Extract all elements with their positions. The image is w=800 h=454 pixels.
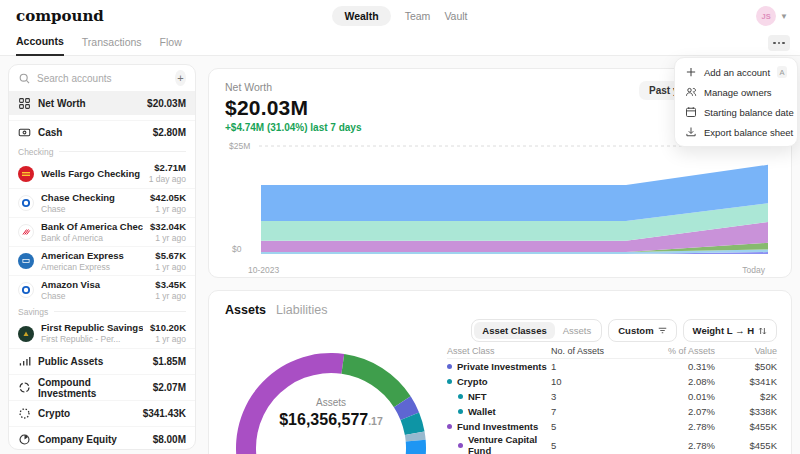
table-row[interactable]: Crypto 10 2.08% $341K bbox=[447, 374, 777, 389]
account-row-amazon-visa[interactable]: Amazon VisaChase $3.45K1 yr ago bbox=[9, 275, 195, 304]
assets-card: Assets Liabilities Asset Classes Assets … bbox=[208, 290, 792, 454]
row-name: NFT bbox=[468, 391, 486, 402]
search-input[interactable] bbox=[37, 73, 169, 84]
account-row-wells-fargo[interactable]: Wells Fargo Checking $2.71M1 day ago bbox=[9, 159, 195, 188]
item-label: Compound Investments bbox=[38, 377, 146, 399]
menu-item-export-balance-sheet[interactable]: Export balance sheet bbox=[675, 122, 797, 142]
row-pct: 0.31% bbox=[627, 361, 715, 372]
people-icon bbox=[685, 86, 697, 98]
item-label: Net Worth bbox=[38, 98, 140, 109]
account-name: First Republic Savings bbox=[41, 322, 143, 334]
toggle-assets[interactable]: Assets bbox=[555, 322, 600, 339]
account-value: $5.67K bbox=[155, 250, 186, 262]
menu-item-label: Manage owners bbox=[704, 87, 787, 98]
download-icon bbox=[685, 126, 697, 138]
col-asset-class[interactable]: Asset Class bbox=[447, 346, 551, 356]
col-pct-of-assets[interactable]: % of Assets bbox=[627, 346, 715, 356]
account-row-bofa-checking[interactable]: Bank Of America CheckingBank of America … bbox=[9, 217, 195, 246]
account-row-american-express[interactable]: American ExpressAmerican Express $5.67K1… bbox=[9, 246, 195, 275]
bar-chart-icon bbox=[18, 355, 31, 368]
row-pct: 2.78% bbox=[627, 421, 715, 432]
sidebar-item-company-equity[interactable]: Company Equity $8.00M bbox=[9, 426, 195, 450]
row-count: 10 bbox=[551, 376, 627, 387]
search-icon bbox=[18, 72, 31, 85]
menu-item-starting-balance-date[interactable]: Starting balance date bbox=[675, 102, 797, 122]
app-header: compound Wealth Team Vault JS ▼ bbox=[0, 0, 800, 32]
item-value: $2.80M bbox=[153, 127, 186, 138]
account-name: American Express bbox=[41, 250, 148, 262]
item-value: $341.43K bbox=[143, 408, 186, 419]
account-updated: 1 yr ago bbox=[150, 204, 186, 214]
nav-vault[interactable]: Vault bbox=[444, 10, 467, 22]
accounts-sidebar: + Net Worth $20.03M Cash $2.80M Checking… bbox=[8, 64, 196, 450]
row-count: 3 bbox=[551, 391, 627, 402]
custom-filter-button[interactable]: Custom bbox=[608, 319, 676, 342]
bank-of-america-logo bbox=[18, 224, 34, 240]
menu-item-add-account[interactable]: Add an account A bbox=[675, 62, 797, 82]
col-no-of-assets[interactable]: No. of Assets bbox=[551, 346, 627, 356]
sidebar-item-public-assets[interactable]: Public Assets $1.85M bbox=[9, 348, 195, 374]
chase-logo bbox=[18, 282, 34, 298]
account-value: $32.04K bbox=[150, 221, 186, 233]
avatar[interactable]: JS bbox=[756, 6, 776, 26]
row-name: Fund Investments bbox=[457, 421, 538, 432]
toggle-asset-classes[interactable]: Asset Classes bbox=[474, 322, 554, 339]
account-updated: 1 yr ago bbox=[155, 262, 186, 272]
assets-controls: Asset Classes Assets Custom Weight L → H bbox=[471, 319, 777, 342]
grid-icon bbox=[18, 97, 31, 110]
table-row[interactable]: NFT 3 0.01% $2K bbox=[447, 389, 777, 404]
account-updated: 1 yr ago bbox=[150, 233, 186, 243]
account-subtitle: Chase bbox=[41, 204, 143, 214]
row-count: 5 bbox=[551, 440, 627, 451]
donut-cents: .17 bbox=[368, 415, 383, 427]
american-express-logo bbox=[18, 253, 34, 269]
table-row[interactable]: Wallet 7 2.07% $338K bbox=[447, 404, 777, 419]
item-value: $2.07M bbox=[153, 382, 186, 393]
donut-center-value: $16,356,577.17 bbox=[221, 411, 441, 429]
nav-wealth[interactable]: Wealth bbox=[332, 6, 390, 26]
sidebar-item-compound-investments[interactable]: Compound Investments $2.07M bbox=[9, 374, 195, 400]
view-toggle: Asset Classes Assets bbox=[471, 319, 602, 342]
tab-flow[interactable]: Flow bbox=[160, 36, 182, 55]
donut-dollars: $16,356,577 bbox=[279, 411, 368, 428]
more-options-button[interactable] bbox=[768, 35, 790, 51]
table-row[interactable]: Fund Investments 5 2.78% $455K bbox=[447, 419, 777, 434]
search-row: + bbox=[9, 65, 195, 91]
series-dot bbox=[458, 394, 463, 399]
dotted-circle-icon bbox=[18, 407, 31, 420]
account-value: $3.45K bbox=[155, 279, 186, 291]
tab-accounts[interactable]: Accounts bbox=[16, 35, 64, 56]
table-row[interactable]: Venture Capital Fund 5 2.78% $455K bbox=[447, 434, 777, 449]
user-menu[interactable]: JS ▼ bbox=[756, 6, 788, 26]
add-account-icon[interactable]: + bbox=[175, 70, 186, 86]
account-row-first-republic[interactable]: First Republic SavingsFirst Republic - P… bbox=[9, 319, 195, 348]
menu-item-manage-owners[interactable]: Manage owners bbox=[675, 82, 797, 102]
row-value: $338K bbox=[715, 406, 777, 417]
custom-label: Custom bbox=[618, 325, 653, 336]
series-dot bbox=[458, 443, 463, 448]
account-updated: 1 yr ago bbox=[155, 291, 186, 301]
sort-arrows-icon bbox=[758, 326, 767, 336]
tab-liabilities-view[interactable]: Liabilities bbox=[276, 303, 327, 317]
section-label-savings: Savings bbox=[9, 304, 195, 319]
account-row-chase-checking[interactable]: Chase CheckingChase $42.05K1 yr ago bbox=[9, 188, 195, 217]
item-label: Cash bbox=[38, 127, 146, 138]
sidebar-item-net-worth[interactable]: Net Worth $20.03M bbox=[9, 91, 195, 115]
sidebar-item-crypto[interactable]: Crypto $341.43K bbox=[9, 400, 195, 426]
row-count: 7 bbox=[551, 406, 627, 417]
calendar-icon bbox=[685, 106, 697, 118]
item-value: $8.00M bbox=[153, 434, 186, 445]
row-pct: 2.08% bbox=[627, 376, 715, 387]
item-label: Crypto bbox=[38, 408, 136, 419]
sort-label: Weight L → H bbox=[693, 325, 754, 336]
tab-assets-view[interactable]: Assets bbox=[225, 303, 266, 317]
col-value[interactable]: Value bbox=[715, 346, 777, 356]
subnav: Accounts Transactions Flow bbox=[0, 32, 800, 56]
tab-transactions[interactable]: Transactions bbox=[82, 36, 142, 55]
table-row[interactable]: Private Investments 1 0.31% $50K bbox=[447, 359, 777, 374]
row-name: Crypto bbox=[457, 376, 488, 387]
sort-button[interactable]: Weight L → H bbox=[683, 319, 777, 342]
sidebar-item-cash[interactable]: Cash $2.80M bbox=[9, 120, 195, 144]
row-count: 5 bbox=[551, 421, 627, 432]
nav-team[interactable]: Team bbox=[405, 10, 431, 22]
